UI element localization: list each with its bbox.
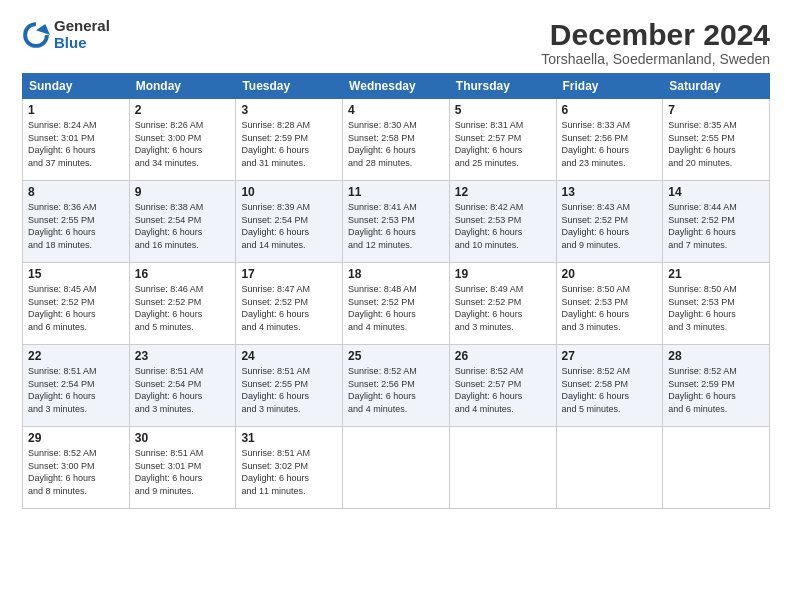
day-info: Sunrise: 8:33 AM Sunset: 2:56 PM Dayligh… (562, 120, 631, 168)
col-wednesday: Wednesday (343, 74, 450, 99)
day-number: 6 (562, 103, 658, 117)
day-number: 16 (135, 267, 231, 281)
logo-blue-text: Blue (54, 35, 110, 52)
day-number: 22 (28, 349, 124, 363)
main-title: December 2024 (541, 18, 770, 51)
col-friday: Friday (556, 74, 663, 99)
day-cell (663, 427, 770, 509)
day-number: 24 (241, 349, 337, 363)
day-cell (343, 427, 450, 509)
day-cell: 15 Sunrise: 8:45 AM Sunset: 2:52 PM Dayl… (23, 263, 130, 345)
day-info: Sunrise: 8:35 AM Sunset: 2:55 PM Dayligh… (668, 120, 737, 168)
week-row-4: 22 Sunrise: 8:51 AM Sunset: 2:54 PM Dayl… (23, 345, 770, 427)
day-cell: 2 Sunrise: 8:26 AM Sunset: 3:00 PM Dayli… (129, 99, 236, 181)
day-info: Sunrise: 8:52 AM Sunset: 2:58 PM Dayligh… (562, 366, 631, 414)
day-info: Sunrise: 8:51 AM Sunset: 2:54 PM Dayligh… (28, 366, 97, 414)
day-number: 23 (135, 349, 231, 363)
day-cell: 30 Sunrise: 8:51 AM Sunset: 3:01 PM Dayl… (129, 427, 236, 509)
day-cell: 3 Sunrise: 8:28 AM Sunset: 2:59 PM Dayli… (236, 99, 343, 181)
day-number: 31 (241, 431, 337, 445)
day-number: 19 (455, 267, 551, 281)
day-cell: 9 Sunrise: 8:38 AM Sunset: 2:54 PM Dayli… (129, 181, 236, 263)
day-number: 27 (562, 349, 658, 363)
day-cell: 12 Sunrise: 8:42 AM Sunset: 2:53 PM Dayl… (449, 181, 556, 263)
day-info: Sunrise: 8:51 AM Sunset: 3:01 PM Dayligh… (135, 448, 204, 496)
day-cell: 16 Sunrise: 8:46 AM Sunset: 2:52 PM Dayl… (129, 263, 236, 345)
day-cell: 4 Sunrise: 8:30 AM Sunset: 2:58 PM Dayli… (343, 99, 450, 181)
day-cell: 26 Sunrise: 8:52 AM Sunset: 2:57 PM Dayl… (449, 345, 556, 427)
col-sunday: Sunday (23, 74, 130, 99)
page: General Blue December 2024 Torshaella, S… (0, 0, 792, 612)
week-row-3: 15 Sunrise: 8:45 AM Sunset: 2:52 PM Dayl… (23, 263, 770, 345)
day-info: Sunrise: 8:52 AM Sunset: 3:00 PM Dayligh… (28, 448, 97, 496)
day-cell: 25 Sunrise: 8:52 AM Sunset: 2:56 PM Dayl… (343, 345, 450, 427)
day-number: 3 (241, 103, 337, 117)
day-info: Sunrise: 8:24 AM Sunset: 3:01 PM Dayligh… (28, 120, 97, 168)
day-cell: 27 Sunrise: 8:52 AM Sunset: 2:58 PM Dayl… (556, 345, 663, 427)
day-number: 20 (562, 267, 658, 281)
day-info: Sunrise: 8:26 AM Sunset: 3:00 PM Dayligh… (135, 120, 204, 168)
day-info: Sunrise: 8:50 AM Sunset: 2:53 PM Dayligh… (668, 284, 737, 332)
day-cell: 23 Sunrise: 8:51 AM Sunset: 2:54 PM Dayl… (129, 345, 236, 427)
week-row-1: 1 Sunrise: 8:24 AM Sunset: 3:01 PM Dayli… (23, 99, 770, 181)
day-info: Sunrise: 8:45 AM Sunset: 2:52 PM Dayligh… (28, 284, 97, 332)
col-tuesday: Tuesday (236, 74, 343, 99)
day-info: Sunrise: 8:52 AM Sunset: 2:59 PM Dayligh… (668, 366, 737, 414)
day-info: Sunrise: 8:44 AM Sunset: 2:52 PM Dayligh… (668, 202, 737, 250)
day-info: Sunrise: 8:49 AM Sunset: 2:52 PM Dayligh… (455, 284, 524, 332)
day-cell: 28 Sunrise: 8:52 AM Sunset: 2:59 PM Dayl… (663, 345, 770, 427)
day-cell: 7 Sunrise: 8:35 AM Sunset: 2:55 PM Dayli… (663, 99, 770, 181)
week-row-2: 8 Sunrise: 8:36 AM Sunset: 2:55 PM Dayli… (23, 181, 770, 263)
day-number: 14 (668, 185, 764, 199)
day-number: 2 (135, 103, 231, 117)
day-cell (556, 427, 663, 509)
day-number: 5 (455, 103, 551, 117)
day-number: 26 (455, 349, 551, 363)
day-cell: 31 Sunrise: 8:51 AM Sunset: 3:02 PM Dayl… (236, 427, 343, 509)
day-info: Sunrise: 8:48 AM Sunset: 2:52 PM Dayligh… (348, 284, 417, 332)
col-monday: Monday (129, 74, 236, 99)
day-cell: 1 Sunrise: 8:24 AM Sunset: 3:01 PM Dayli… (23, 99, 130, 181)
logo-general-text: General (54, 18, 110, 35)
day-info: Sunrise: 8:41 AM Sunset: 2:53 PM Dayligh… (348, 202, 417, 250)
day-cell: 21 Sunrise: 8:50 AM Sunset: 2:53 PM Dayl… (663, 263, 770, 345)
day-cell: 6 Sunrise: 8:33 AM Sunset: 2:56 PM Dayli… (556, 99, 663, 181)
day-number: 12 (455, 185, 551, 199)
day-cell: 17 Sunrise: 8:47 AM Sunset: 2:52 PM Dayl… (236, 263, 343, 345)
day-number: 10 (241, 185, 337, 199)
day-number: 11 (348, 185, 444, 199)
calendar-table: Sunday Monday Tuesday Wednesday Thursday… (22, 73, 770, 509)
day-cell: 19 Sunrise: 8:49 AM Sunset: 2:52 PM Dayl… (449, 263, 556, 345)
day-info: Sunrise: 8:51 AM Sunset: 3:02 PM Dayligh… (241, 448, 310, 496)
day-info: Sunrise: 8:38 AM Sunset: 2:54 PM Dayligh… (135, 202, 204, 250)
col-thursday: Thursday (449, 74, 556, 99)
day-number: 29 (28, 431, 124, 445)
day-cell: 20 Sunrise: 8:50 AM Sunset: 2:53 PM Dayl… (556, 263, 663, 345)
day-cell: 14 Sunrise: 8:44 AM Sunset: 2:52 PM Dayl… (663, 181, 770, 263)
day-number: 30 (135, 431, 231, 445)
day-cell: 22 Sunrise: 8:51 AM Sunset: 2:54 PM Dayl… (23, 345, 130, 427)
logo-text: General Blue (54, 18, 110, 51)
day-info: Sunrise: 8:36 AM Sunset: 2:55 PM Dayligh… (28, 202, 97, 250)
day-info: Sunrise: 8:51 AM Sunset: 2:54 PM Dayligh… (135, 366, 204, 414)
day-number: 13 (562, 185, 658, 199)
header: General Blue December 2024 Torshaella, S… (22, 18, 770, 67)
col-saturday: Saturday (663, 74, 770, 99)
day-info: Sunrise: 8:43 AM Sunset: 2:52 PM Dayligh… (562, 202, 631, 250)
day-info: Sunrise: 8:50 AM Sunset: 2:53 PM Dayligh… (562, 284, 631, 332)
day-info: Sunrise: 8:31 AM Sunset: 2:57 PM Dayligh… (455, 120, 524, 168)
day-cell: 10 Sunrise: 8:39 AM Sunset: 2:54 PM Dayl… (236, 181, 343, 263)
day-info: Sunrise: 8:30 AM Sunset: 2:58 PM Dayligh… (348, 120, 417, 168)
day-info: Sunrise: 8:51 AM Sunset: 2:55 PM Dayligh… (241, 366, 310, 414)
day-number: 8 (28, 185, 124, 199)
day-number: 1 (28, 103, 124, 117)
logo: General Blue (22, 18, 110, 51)
day-info: Sunrise: 8:28 AM Sunset: 2:59 PM Dayligh… (241, 120, 310, 168)
week-row-5: 29 Sunrise: 8:52 AM Sunset: 3:00 PM Dayl… (23, 427, 770, 509)
svg-marker-0 (36, 24, 50, 35)
day-number: 4 (348, 103, 444, 117)
day-number: 9 (135, 185, 231, 199)
day-info: Sunrise: 8:42 AM Sunset: 2:53 PM Dayligh… (455, 202, 524, 250)
day-cell: 18 Sunrise: 8:48 AM Sunset: 2:52 PM Dayl… (343, 263, 450, 345)
day-number: 21 (668, 267, 764, 281)
